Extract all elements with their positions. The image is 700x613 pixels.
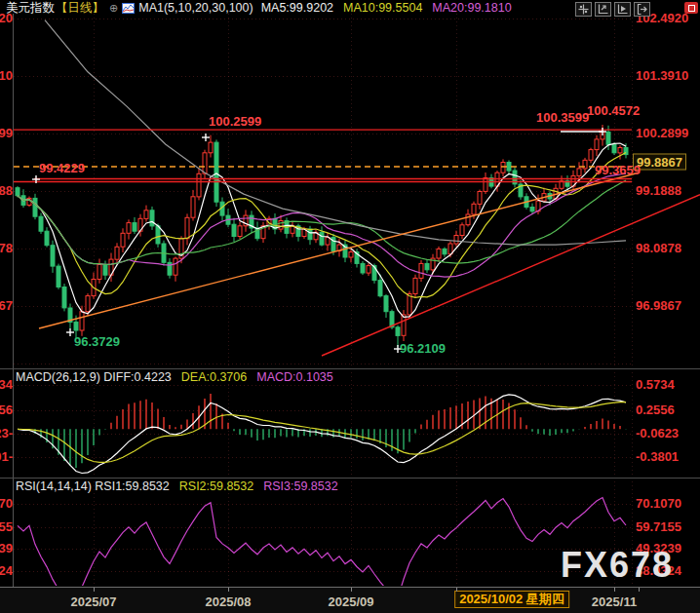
title-bar: 美元指数 【日线】 ⊕ MA1(5,10,20,30,100) MA5:99.9… — [6, 1, 512, 15]
watermark: FX678 — [561, 545, 674, 586]
axis-pan-icon[interactable] — [614, 2, 631, 17]
rsi3-value: RSI3:59.8532 — [263, 479, 337, 493]
time-axis-tick — [456, 588, 457, 592]
time-axis-tick — [94, 588, 95, 592]
ma-settings-label[interactable]: MA1(5,10,20,30,100) — [138, 1, 253, 15]
time-axis-tick — [351, 588, 352, 592]
crosshair-move-icon[interactable] — [575, 2, 592, 17]
anchor-cross-marker — [394, 345, 402, 353]
macd-value: MACD:0.1035 — [256, 370, 333, 384]
ma10-value: MA10:99.5504 — [343, 1, 422, 15]
axis-zoom-icon[interactable] — [595, 2, 611, 17]
mini-chart-icon — [122, 3, 135, 14]
trendline — [322, 195, 700, 356]
time-axis-label: 2025/11 — [592, 594, 637, 609]
chart-canvas[interactable] — [0, 0, 700, 613]
ma5-value: MA5:99.9202 — [261, 1, 333, 15]
ma10-line — [18, 153, 626, 298]
time-axis-tick — [228, 588, 229, 592]
rsi-header: RSI(14,14,14) RSI1:59.8532RSI2:59.8532RS… — [16, 479, 338, 493]
time-axis-highlighted-date: 2025/10/02 星期四 — [454, 591, 569, 608]
time-axis-label: 2025/08 — [206, 594, 252, 609]
anchor-cross-marker — [202, 134, 210, 141]
corner-red-badge[interactable] — [684, 2, 698, 14]
chart-app: 102.4920102.4920101.3910101.3910100.2899… — [0, 0, 700, 613]
time-axis-tick — [614, 588, 615, 592]
rsi-title: RSI(14,14,14) RSI1:59.8532 — [16, 479, 170, 493]
ma20-value: MA20:99.1810 — [432, 1, 511, 15]
rsi2-value: RSI2:59.8532 — [179, 479, 253, 493]
time-axis-tick — [639, 588, 640, 592]
symbol-name: 美元指数 — [6, 0, 55, 17]
period-label: 【日线】 — [56, 0, 104, 17]
time-axis-label: 2025/09 — [329, 594, 374, 609]
add-indicator-icon[interactable]: ⊕ — [109, 2, 118, 15]
time-axis-bar[interactable]: 2025/072025/082025/092025/112025/10/02 星… — [0, 587, 700, 613]
macd-title: MACD(26,12,9) DIFF:0.4223 — [16, 370, 172, 384]
trendline — [39, 172, 640, 328]
macd-dea-value: DEA:0.3706 — [181, 370, 247, 384]
exit-chart-icon[interactable] — [634, 2, 650, 17]
anchor-cross-marker — [66, 328, 74, 336]
macd-header: MACD(26,12,9) DIFF:0.4223DEA:0.3706MACD:… — [16, 370, 333, 384]
time-axis-label: 2025/07 — [71, 594, 117, 609]
chart-toolbar — [575, 2, 650, 17]
